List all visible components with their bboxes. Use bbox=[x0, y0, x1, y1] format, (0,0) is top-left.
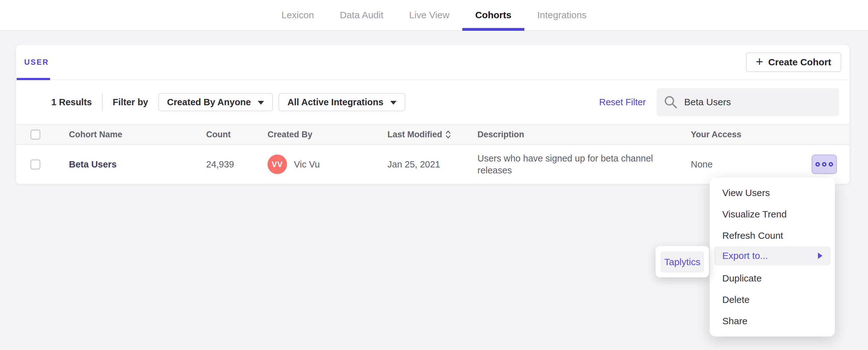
cohorts-panel: USER + Create Cohort 1 Results Filter by… bbox=[16, 45, 850, 184]
search-box bbox=[656, 88, 839, 116]
panel-tab-bar: USER + Create Cohort bbox=[16, 45, 849, 80]
plus-icon: + bbox=[756, 55, 763, 68]
chevron-down-icon bbox=[390, 101, 397, 105]
column-header-created-by[interactable]: Created By bbox=[268, 130, 388, 140]
created-by-name: Vic Vu bbox=[294, 159, 320, 170]
menu-item-export-to[interactable]: Export to... bbox=[714, 246, 831, 265]
tab-integrations[interactable]: Integrations bbox=[537, 0, 587, 30]
column-header-cohort-name[interactable]: Cohort Name bbox=[69, 130, 206, 140]
row-context-menu: View Users Visualize Trend Refresh Count… bbox=[710, 177, 835, 337]
created-by-cell: VV Vic Vu bbox=[268, 154, 388, 174]
avatar: VV bbox=[268, 154, 287, 174]
menu-item-refresh-count[interactable]: Refresh Count bbox=[710, 225, 835, 246]
tab-user-label: USER bbox=[24, 58, 49, 67]
menu-item-view-users[interactable]: View Users bbox=[710, 182, 835, 204]
search-icon bbox=[663, 95, 678, 109]
results-count: 1 Results bbox=[51, 97, 92, 107]
table-header-row: Cohort Name Count Created By Last Modifi… bbox=[16, 124, 849, 145]
last-modified-value: Jan 25, 2021 bbox=[388, 159, 477, 170]
column-header-description[interactable]: Description bbox=[477, 130, 691, 140]
top-nav-tabs: Lexicon Data Audit Live View Cohorts Int… bbox=[281, 0, 586, 30]
menu-item-visualize-trend[interactable]: Visualize Trend bbox=[710, 204, 835, 225]
created-by-dropdown-value: Created By Anyone bbox=[167, 97, 251, 107]
menu-item-delete[interactable]: Delete bbox=[710, 289, 835, 310]
tab-lexicon[interactable]: Lexicon bbox=[281, 0, 314, 30]
sort-icon[interactable] bbox=[445, 130, 451, 139]
row-select-cell bbox=[31, 160, 69, 169]
menu-item-duplicate[interactable]: Duplicate bbox=[710, 268, 835, 289]
export-to-label: Export to... bbox=[722, 250, 768, 261]
integrations-dropdown[interactable]: All Active Integrations bbox=[279, 93, 405, 111]
cohort-count: 24,939 bbox=[206, 159, 268, 170]
reset-filter-link[interactable]: Reset Filter bbox=[599, 97, 646, 107]
ellipsis-icon bbox=[829, 162, 833, 167]
ellipsis-icon bbox=[815, 162, 820, 167]
tab-user[interactable]: USER bbox=[16, 45, 57, 79]
select-all-checkbox[interactable] bbox=[31, 130, 40, 140]
tab-cohorts[interactable]: Cohorts bbox=[475, 0, 512, 30]
column-header-last-modified[interactable]: Last Modified bbox=[388, 130, 477, 140]
cohort-name-link[interactable]: Beta Users bbox=[69, 159, 206, 170]
create-cohort-label: Create Cohort bbox=[768, 57, 831, 68]
create-cohort-button[interactable]: + Create Cohort bbox=[746, 53, 841, 72]
row-actions-cell bbox=[812, 154, 850, 174]
submenu-item-taplytics[interactable]: Taplytics bbox=[660, 251, 704, 272]
created-by-dropdown[interactable]: Created By Anyone bbox=[158, 93, 273, 111]
export-submenu: Taplytics bbox=[656, 246, 709, 277]
last-modified-label: Last Modified bbox=[388, 130, 442, 140]
tab-live-view[interactable]: Live View bbox=[409, 0, 450, 30]
cohorts-screen: Lexicon Data Audit Live View Cohorts Int… bbox=[0, 0, 868, 350]
submenu-arrow-icon bbox=[818, 253, 823, 259]
top-nav: Lexicon Data Audit Live View Cohorts Int… bbox=[0, 0, 868, 31]
ellipsis-icon bbox=[822, 162, 827, 167]
chevron-down-icon bbox=[258, 101, 264, 105]
filter-bar: 1 Results Filter by Created By Anyone Al… bbox=[16, 80, 849, 124]
row-checkbox[interactable] bbox=[31, 160, 40, 169]
tab-user-underline bbox=[17, 78, 50, 80]
cohort-description: Users who have signed up for beta channe… bbox=[477, 152, 679, 176]
filter-by-label: Filter by bbox=[113, 97, 148, 107]
divider bbox=[102, 93, 102, 111]
search-input[interactable] bbox=[684, 97, 832, 108]
menu-item-share[interactable]: Share bbox=[710, 310, 835, 332]
integrations-dropdown-value: All Active Integrations bbox=[287, 97, 383, 107]
your-access-value: None bbox=[691, 159, 812, 170]
tab-data-audit[interactable]: Data Audit bbox=[340, 0, 383, 30]
column-header-your-access[interactable]: Your Access bbox=[691, 130, 812, 140]
select-all-cell bbox=[31, 130, 69, 140]
column-header-count[interactable]: Count bbox=[206, 130, 268, 140]
row-actions-button[interactable] bbox=[812, 154, 837, 174]
